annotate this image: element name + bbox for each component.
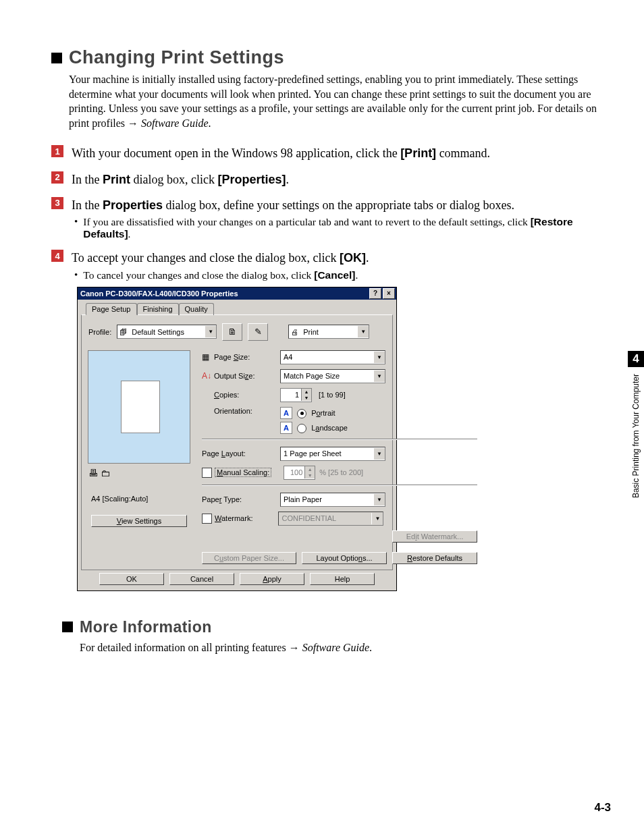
profile-select[interactable]: 🗐 Default Settings ▼ (117, 325, 217, 339)
step-number-1: 1 (51, 145, 63, 157)
printer-tray-icon: 🖶 🗀 (88, 468, 110, 478)
tab-finishing[interactable]: Finishing (137, 303, 179, 315)
add-profile-button[interactable]: 🗎 (222, 323, 242, 341)
portrait-radio[interactable] (297, 409, 306, 418)
scaling-range: % [25 to 200] (319, 468, 363, 476)
printer-icon: 🖨 (289, 328, 300, 336)
paper-type-select[interactable]: Plain Paper ▼ (280, 493, 385, 507)
intro-period: . (209, 117, 211, 129)
custom-paper-button: Custom Paper Size... (202, 552, 296, 564)
manual-scaling-label: Manual Scaling: (215, 468, 271, 477)
page-preview (88, 350, 190, 464)
intro-ref: Software Guide (141, 117, 208, 129)
portrait-icon: A (280, 407, 292, 419)
apply-button[interactable]: Apply (240, 573, 304, 585)
page-number: 4-3 (594, 801, 611, 815)
step-4-text: To accept your changes and close the dia… (72, 250, 614, 266)
profile-value: Default Settings (129, 328, 205, 336)
heading-more-information: More Information (80, 618, 212, 636)
copies-stepper[interactable]: 1 ▲▼ (280, 388, 312, 402)
help-button-icon[interactable]: ? (369, 288, 381, 299)
page-layout-label: Page Layout: (202, 449, 280, 458)
ok-button[interactable]: OK (99, 573, 164, 585)
intro-paragraph: Your machine is initially installed usin… (69, 72, 614, 130)
chevron-down-icon[interactable]: ▼ (373, 370, 385, 382)
landscape-icon: A (280, 422, 292, 434)
output-size-select[interactable]: Match Page Size ▼ (280, 369, 385, 383)
tab-quality[interactable]: Quality (179, 303, 214, 315)
heading-changing-print-settings: Changing Print Settings (69, 47, 284, 68)
spin-down-icon: ▼ (305, 472, 315, 478)
chevron-down-icon[interactable]: ▼ (373, 448, 385, 460)
properties-dialog: Canon PC-D300/FAX-L400/ICD300 Properties… (77, 287, 397, 591)
cancel-button[interactable]: Cancel (169, 573, 234, 585)
output-method-select[interactable]: 🖨 Print ▼ (288, 325, 369, 339)
step-1-text: With your document open in the Windows 9… (72, 145, 614, 161)
step-number-4: 4 (51, 250, 63, 262)
landscape-radio[interactable] (297, 424, 306, 433)
edit-watermark-button: Edit Watermark... (392, 530, 477, 543)
watermark-label: Watermark: (215, 514, 252, 522)
step-3-text: In the Properties dialog box, define you… (72, 197, 614, 213)
chapter-tab: 4 Basic Printing from Your Computer (628, 351, 644, 498)
page-size-label: Page Size: (214, 353, 280, 361)
portrait-label: Portrait (311, 409, 335, 417)
dialog-title: Canon PC-D300/FAX-L400/ICD300 Properties (80, 289, 238, 298)
view-settings-button[interactable]: View Settings (91, 515, 187, 527)
more-info-text: For detailed information on all printing… (80, 640, 614, 655)
step-4-sub: • To cancel your changes and close the d… (74, 269, 614, 281)
watermark-checkbox[interactable] (202, 514, 212, 524)
chevron-down-icon[interactable]: ▼ (373, 352, 385, 363)
page-layout-select[interactable]: 1 Page per Sheet ▼ (280, 447, 385, 461)
spin-up-icon: ▲ (305, 466, 315, 472)
step-3-sub: • If you are dissatisfied with your chan… (74, 216, 614, 240)
section-bullet (62, 622, 73, 632)
chevron-down-icon[interactable]: ▼ (357, 326, 369, 337)
restore-defaults-button[interactable]: Restore Defaults (392, 552, 477, 564)
copies-label: Copies: (214, 391, 280, 399)
tab-page-setup[interactable]: Page Setup (86, 303, 137, 315)
chapter-label: Basic Printing from Your Computer (631, 374, 641, 498)
profile-label: Profile: (88, 328, 111, 336)
paper-type-label: Paper Type: (202, 495, 280, 503)
step-2-text: In the Print dialog box, click [Properti… (72, 171, 614, 188)
spin-up-icon[interactable]: ▲ (302, 389, 311, 395)
profile-icon: 🗐 (117, 328, 129, 336)
bullet-icon: • (74, 216, 78, 240)
scaling-stepper: 100 ▲▼ (284, 466, 315, 480)
output-size-label: Output Size: (214, 372, 280, 380)
edit-profile-button[interactable]: ✎ (248, 323, 268, 341)
section-bullet (51, 53, 62, 63)
page-size-select[interactable]: A4 ▼ (280, 350, 385, 364)
chapter-number: 4 (628, 351, 644, 367)
layout-options-button[interactable]: Layout Options... (302, 552, 387, 564)
output-size-icon: A↓ (202, 371, 214, 381)
manual-scaling-checkbox[interactable] (202, 468, 212, 478)
chevron-down-icon[interactable]: ▼ (205, 326, 216, 337)
chevron-down-icon[interactable]: ▼ (373, 494, 385, 505)
help-button[interactable]: Help (310, 573, 375, 585)
orientation-label: Orientation: (214, 407, 280, 415)
output-method-value: Print (300, 328, 357, 336)
watermark-select: CONFIDENTIAL ▼ (278, 512, 383, 526)
page-size-icon: ▦ (202, 352, 214, 362)
close-icon[interactable]: × (383, 288, 395, 299)
step-number-2: 2 (51, 171, 63, 184)
spin-down-icon[interactable]: ▼ (302, 395, 311, 401)
bullet-icon: • (74, 269, 78, 281)
chevron-down-icon: ▼ (371, 513, 383, 524)
preview-caption: A4 [Scaling:Auto] (91, 495, 148, 503)
copies-range: [1 to 99] (319, 391, 346, 399)
landscape-label: Landscape (311, 424, 348, 432)
step-number-3: 3 (51, 197, 63, 209)
